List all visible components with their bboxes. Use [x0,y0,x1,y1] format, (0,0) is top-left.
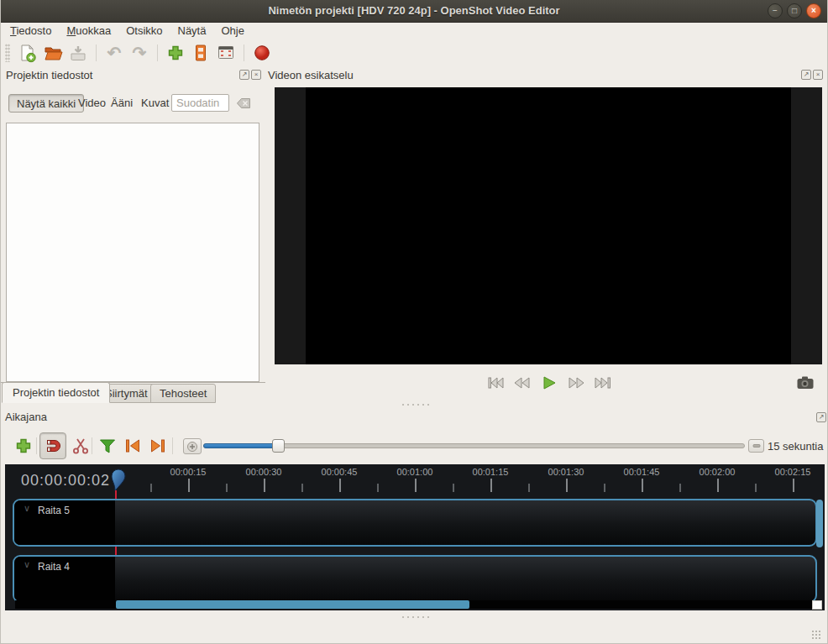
open-project-button[interactable] [41,41,65,64]
close-button[interactable]: × [806,3,821,18]
ruler-tick-major [339,479,341,492]
funnel-icon [97,436,118,456]
horizontal-splitter[interactable] [401,615,429,619]
next-marker-button[interactable] [147,435,169,457]
ruler-tick-minor [453,484,454,492]
fast-forward-icon [566,375,586,390]
snapping-toggle-button[interactable] [39,432,66,459]
timeline-track[interactable]: ∨ Raita 5 [13,499,817,547]
export-video-button[interactable] [250,41,274,64]
add-marker-button[interactable] [183,438,202,454]
fast-forward-button[interactable] [566,374,586,391]
zoom-slider-handle[interactable] [272,439,285,453]
ruler-timestamp: 00:00:15 [150,467,226,477]
rewind-button[interactable] [512,374,532,391]
menu-otsikko[interactable]: Otsikko [118,24,170,39]
resize-tool-button[interactable] [97,435,118,457]
timeline-area[interactable]: 00:00:1500:00:3000:00:4500:01:0000:01:15… [5,464,825,610]
save-icon [68,43,88,63]
razor-tool-button[interactable] [70,435,92,457]
titlebar[interactable]: Nimetön projekti [HDV 720 24p] - OpenSho… [1,0,827,23]
toolbar-separator [172,437,173,454]
ruler-tick-major [717,479,719,492]
project-files-panel-title: Projektin tiedostot [6,69,92,81]
maximize-button[interactable]: □ [787,3,802,18]
ruler-tick-major [642,479,643,492]
ruler-tick-major [264,479,265,492]
new-file-icon [18,43,38,63]
filter-images-button[interactable]: Kuvat [134,94,176,113]
horizontal-scrollbar-thumb[interactable] [116,600,469,609]
track-header[interactable]: ∨ Raita 4 [14,557,115,601]
record-icon [252,43,272,63]
track-name: Raita 4 [38,561,70,573]
menubar: Tiedosto Muokkaa Otsikko Näytä Ohje [3,24,252,39]
preview-detach-button[interactable]: ↗ [801,70,811,80]
chevron-down-icon[interactable]: ∨ [24,503,30,514]
ruler-tick-minor [604,484,605,492]
menu-tiedosto[interactable]: Tiedosto [3,24,59,39]
camera-icon [795,374,815,391]
ruler-timestamp: 00:01:45 [604,467,679,477]
ruler-timestamp: 00:00:45 [301,467,377,477]
zoom-scale-button[interactable] [748,439,764,453]
playhead-marker[interactable] [107,469,127,494]
tab-effects[interactable]: Tehosteet [150,384,216,403]
plus-icon [165,43,186,63]
transport-controls [485,374,613,391]
ruler-tick-major [793,479,794,492]
previous-marker-button[interactable] [122,435,144,457]
snapshot-button[interactable] [795,374,815,391]
project-files-close-button[interactable]: × [251,70,261,80]
preview-panel-title: Videon esikatselu [268,69,354,81]
chevron-down-icon[interactable]: ∨ [24,559,30,570]
rewind-icon [512,375,532,390]
window-resize-grip[interactable] [811,630,822,641]
play-button[interactable] [539,374,559,391]
menu-nayta[interactable]: Näytä [170,24,214,39]
minimize-button[interactable]: − [768,3,783,18]
seek-start-button[interactable] [485,374,506,391]
toolbar-separator [92,437,92,454]
filter-input[interactable] [171,94,229,112]
preview-window-button[interactable] [214,41,238,64]
new-project-button[interactable] [16,41,39,64]
seek-end-button[interactable] [593,374,613,391]
ruler-tick-minor [301,484,303,492]
preview-close-button[interactable]: × [813,70,823,80]
import-files-button[interactable] [164,41,187,64]
track-header[interactable]: ∨ Raita 5 [14,500,115,545]
ruler-timestamp: 00:02:00 [679,467,755,477]
ruler-timestamp: 00:01:30 [528,467,604,477]
window-controls: − □ × [768,3,821,18]
undo-icon: ↶ [107,45,122,61]
ruler-timestamp: 00:01:15 [453,467,528,477]
menu-muokkaa[interactable]: Muokkaa [59,24,118,39]
project-files-list[interactable] [6,123,259,382]
add-track-button[interactable] [13,435,34,457]
ruler-timestamp: 00:00:30 [226,467,301,477]
zoom-scale-label: 15 sekuntia [768,440,824,453]
import-sequence-button[interactable] [189,41,212,64]
redo-button[interactable]: ↷ [128,41,151,64]
menu-ohje[interactable]: Ohje [213,24,251,39]
marker-previous-icon [123,436,143,456]
toolbar-grip[interactable] [5,44,10,62]
tab-project-files[interactable]: Projektin tiedostot [2,382,110,403]
vertical-scrollbar-thumb[interactable] [816,500,823,547]
horizontal-splitter[interactable] [401,403,429,406]
folder-open-icon [43,43,63,63]
magnet-icon [43,436,63,456]
timeline-detach-button[interactable]: ↗ [816,412,826,422]
track-name: Raita 5 [38,505,70,516]
timeline-track[interactable]: ∨ Raita 4 [13,555,817,603]
project-files-detach-button[interactable]: ↗ [239,70,249,80]
clear-filter-icon[interactable] [236,97,251,109]
undo-button[interactable]: ↶ [102,41,126,64]
ruler-timestamp: 00:01:00 [377,467,453,477]
timeline-ruler-scale[interactable]: 00:00:1500:00:3000:00:4500:01:0000:01:15… [5,464,825,496]
video-preview-widget[interactable] [275,87,822,364]
save-project-button[interactable] [66,41,90,64]
toolbar-separator [96,45,97,61]
minus-icon [752,442,761,449]
